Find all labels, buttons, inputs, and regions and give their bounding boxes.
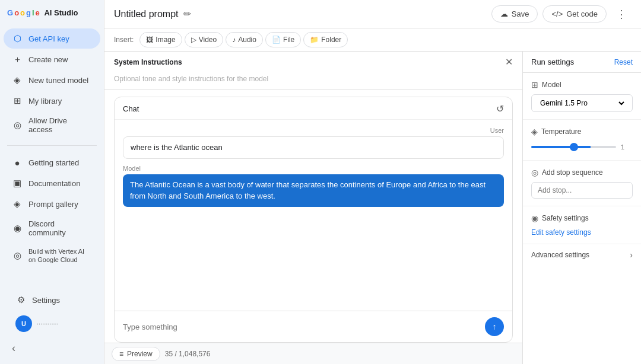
user-message-bubble: where is the Atlantic ocean	[123, 136, 504, 159]
edit-safety-settings-link[interactable]: Edit safety settings	[531, 228, 591, 237]
sidebar-item-label: Documentation	[28, 179, 80, 188]
chat-send-button[interactable]: ↑	[485, 317, 504, 336]
bottom-bar: ≡ Preview 35 / 1,048,576	[104, 343, 522, 364]
folder-icon: 📁	[310, 36, 319, 44]
edit-title-icon[interactable]: ✏	[183, 8, 191, 20]
get-code-button[interactable]: </> Get code	[542, 5, 607, 23]
insert-label: Insert:	[114, 36, 134, 44]
temperature-slider[interactable]	[531, 146, 616, 148]
model-label: ⊞ Model	[531, 80, 633, 90]
video-icon: ▷	[191, 36, 196, 44]
model-role-label: Model	[123, 165, 504, 172]
temperature-icon: ◈	[531, 127, 538, 136]
sidebar-item-build-vertex-ai[interactable]: ◎ Build with Vertex AI on Google Cloud	[4, 242, 100, 269]
sidebar-spacer	[0, 272, 104, 285]
sidebar-item-label: Getting started	[28, 158, 79, 167]
google-logo: Google AI Studio	[7, 8, 78, 17]
chat-messages: User where is the Atlantic ocean Model T…	[115, 120, 512, 311]
chat-input[interactable]	[123, 323, 480, 331]
insert-image-button[interactable]: 🖼 Image	[139, 32, 182, 47]
temperature-slider-container: 1	[531, 141, 633, 153]
run-settings-title: Run settings	[531, 58, 574, 66]
insert-folder-button[interactable]: 📁 Folder	[303, 32, 348, 47]
api-key-icon: ⬡	[12, 33, 23, 44]
insert-file-button[interactable]: 📄 File	[265, 32, 301, 47]
sidebar-item-getting-started[interactable]: ● Getting started	[4, 152, 100, 173]
avatar: U	[15, 315, 32, 332]
sidebar-item-get-api-key[interactable]: ⬡ Get API key	[4, 28, 100, 49]
create-new-icon: ＋	[12, 54, 23, 65]
preview-button[interactable]: ≡ Preview	[112, 347, 160, 361]
sidebar-item-label: Create new	[28, 55, 68, 64]
send-icon: ↑	[493, 322, 497, 331]
prompt-gallery-icon: ◈	[12, 199, 23, 209]
sidebar-bottom: ⚙ Settings U ············ ‹	[0, 285, 104, 364]
sidebar-item-allow-drive-access[interactable]: ◎ Allow Drive access	[4, 111, 100, 139]
model-select-dropdown[interactable]: Gemini 1.5 Pro Gemini 1.5 Flash Gemini 1…	[538, 98, 626, 108]
file-icon: 📄	[272, 36, 281, 44]
sidebar-item-label: Prompt gallery	[28, 200, 78, 209]
audio-icon: ♪	[232, 36, 236, 44]
stop-sequence-icon: ◎	[531, 168, 538, 177]
reset-settings-button[interactable]: Reset	[614, 58, 633, 66]
right-settings-panel: Run settings Reset ⊞ Model Gemini 1.5 Pr…	[522, 52, 641, 364]
chat-refresh-button[interactable]: ↺	[496, 103, 504, 114]
sidebar-item-settings[interactable]: ⚙ Settings	[7, 290, 97, 310]
prompt-area: System Instructions ✕ Optional tone and …	[104, 52, 522, 364]
sidebar-item-label: Build with Vertex AI on Google Cloud	[28, 247, 92, 264]
folder-label: Folder	[321, 36, 341, 44]
get-code-label: Get code	[566, 9, 598, 18]
getting-started-icon: ●	[12, 157, 23, 168]
model-label-text: Model	[542, 81, 561, 89]
stop-sequence-label-text: Add stop sequence	[542, 168, 603, 177]
system-instructions-close-button[interactable]: ✕	[505, 56, 513, 68]
system-instructions-placeholder: Optional tone and style instructions for…	[104, 72, 522, 89]
sidebar-item-documentation[interactable]: ▣ Documentation	[4, 173, 100, 193]
documentation-icon: ▣	[12, 178, 23, 189]
main-content: Untitled prompt ✏ ☁ Save </> Get code ⋮ …	[104, 0, 641, 364]
stop-sequence-input[interactable]	[531, 182, 633, 199]
model-message-row: Model The Atlantic Ocean is a vast body …	[123, 165, 504, 207]
stop-sequence-label: ◎ Add stop sequence	[531, 168, 633, 177]
sidebar-collapse-button[interactable]: ‹	[4, 337, 100, 359]
discord-icon: ◉	[12, 223, 23, 234]
library-icon: ⊞	[12, 95, 23, 106]
system-instructions-panel: System Instructions ✕ Optional tone and …	[104, 52, 522, 90]
sidebar-item-label: Allow Drive access	[28, 116, 92, 134]
user-message-text: where is the Atlantic ocean	[131, 143, 223, 152]
advanced-settings-row[interactable]: Advanced settings ›	[523, 244, 641, 266]
more-options-button[interactable]: ⋮	[611, 4, 632, 24]
sidebar-item-create-new[interactable]: ＋ Create new	[4, 49, 100, 69]
save-button[interactable]: ☁ Save	[491, 5, 538, 23]
chat-input-area: ↑	[115, 311, 512, 342]
safety-icon: ◉	[531, 213, 538, 223]
safety-label-text: Safety settings	[542, 214, 589, 222]
model-message-text: The Atlantic Ocean is a vast body of wat…	[130, 180, 485, 201]
sidebar-item-label: Discord community	[28, 219, 92, 237]
user-info: ············	[37, 320, 59, 327]
insert-video-button[interactable]: ▷ Video	[185, 32, 223, 47]
tuned-model-icon: ◈	[12, 75, 23, 85]
sidebar-item-prompt-gallery[interactable]: ◈ Prompt gallery	[4, 194, 100, 214]
save-icon: ☁	[500, 9, 508, 18]
collapse-icon: ‹	[12, 342, 15, 355]
sidebar-secondary-section: ● Getting started ▣ Documentation ◈ Prom…	[0, 149, 104, 272]
save-label: Save	[512, 9, 529, 18]
sidebar-item-label: Settings	[32, 296, 60, 305]
temperature-label-text: Temperature	[541, 127, 581, 136]
image-icon: 🖼	[146, 36, 153, 44]
stop-sequence-section: ◎ Add stop sequence	[523, 161, 641, 206]
sidebar-item-discord-community[interactable]: ◉ Discord community	[4, 215, 100, 242]
audio-label: Audio	[238, 36, 256, 44]
preview-label: Preview	[127, 350, 153, 358]
advanced-chevron-icon: ›	[630, 250, 633, 260]
preview-icon: ≡	[119, 350, 123, 358]
chat-header: Chat ↺	[115, 97, 512, 120]
model-select-container[interactable]: Gemini 1.5 Pro Gemini 1.5 Flash Gemini 1…	[531, 94, 633, 112]
sidebar-item-new-tuned-model[interactable]: ◈ New tuned model	[4, 70, 100, 90]
sidebar-item-my-library[interactable]: ⊞ My library	[4, 91, 100, 111]
insert-audio-button[interactable]: ♪ Audio	[226, 32, 263, 47]
sidebar-item-label: New tuned model	[28, 76, 88, 85]
header-actions: ☁ Save </> Get code ⋮	[491, 4, 632, 24]
header: Untitled prompt ✏ ☁ Save </> Get code ⋮	[104, 0, 641, 28]
